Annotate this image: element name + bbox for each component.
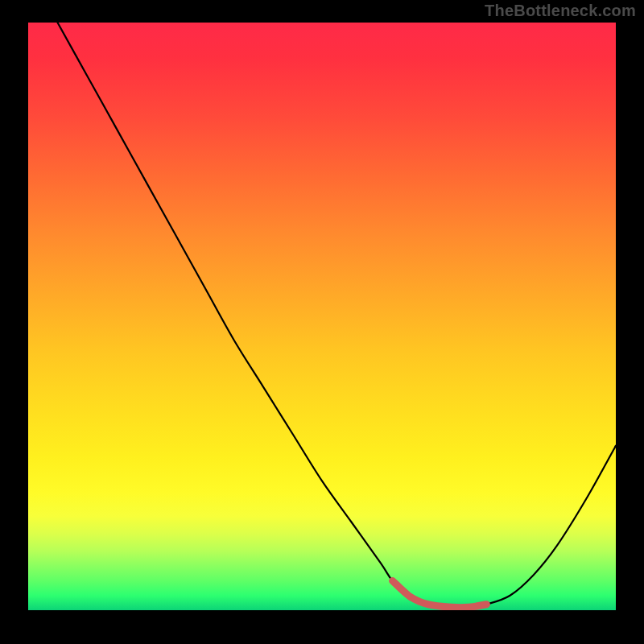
- chart-frame: TheBottleneck.com: [0, 0, 644, 644]
- plot-area: [28, 23, 616, 610]
- watermark-text: TheBottleneck.com: [485, 2, 636, 20]
- trough-highlight: [393, 581, 487, 608]
- curve-layer: [28, 23, 616, 610]
- bottleneck-curve: [58, 23, 617, 608]
